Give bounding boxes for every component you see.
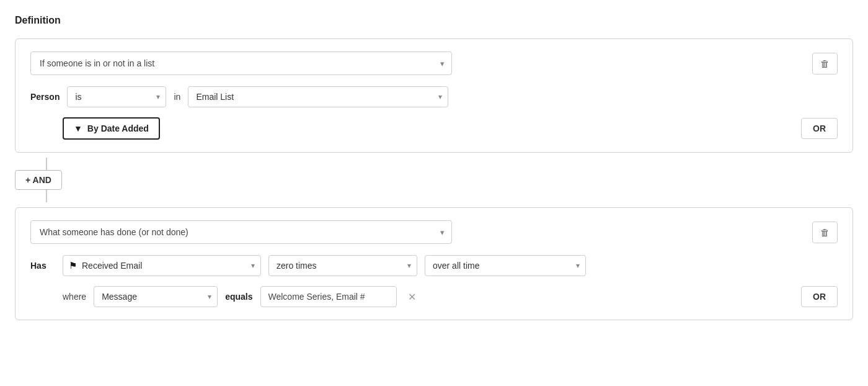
- block2-where-value-input[interactable]: [260, 286, 397, 307]
- block2-has-row: Has ⚑ Received Email Opened Email Clicke…: [30, 255, 838, 276]
- block1-person-label: Person: [30, 92, 60, 102]
- block1-filter-label: By Date Added: [87, 123, 149, 133]
- block1-list-select-wrapper: Email List SMS List Contact List ▾: [188, 86, 448, 107]
- block1-person-select[interactable]: is is not: [67, 86, 166, 107]
- and-connector-area: + AND: [15, 158, 853, 202]
- and-button[interactable]: + AND: [15, 170, 62, 190]
- block2-where-left: where Message Subject Campaign ▾ equals …: [63, 286, 420, 307]
- block1-list-select[interactable]: Email List SMS List Contact List: [188, 86, 448, 107]
- block2-has-label: Has: [30, 261, 55, 271]
- block2-where-label: where: [63, 292, 86, 302]
- block1-filter-button[interactable]: ▼ By Date Added: [63, 117, 160, 140]
- block2-or-button[interactable]: OR: [801, 286, 838, 307]
- block2-clear-where-button[interactable]: ✕: [404, 290, 420, 304]
- block2-timeframe-select[interactable]: over all time in the last 30 days in the…: [425, 255, 586, 276]
- block1-type-select[interactable]: If someone is in or not in a list What s…: [30, 52, 452, 75]
- block2-top-select-wrapper: What someone has done (or not done) If s…: [30, 220, 452, 244]
- block1-in-label: in: [174, 92, 180, 102]
- block2-delete-button[interactable]: 🗑: [812, 222, 838, 243]
- block2-type-select[interactable]: What someone has done (or not done) If s…: [30, 220, 452, 244]
- block1-or-button[interactable]: OR: [801, 118, 838, 139]
- block1-filter-row: ▼ By Date Added OR: [30, 117, 838, 140]
- block1-delete-button[interactable]: 🗑: [812, 53, 838, 74]
- block2-trash-icon: 🗑: [820, 227, 830, 238]
- block2-frequency-select-wrapper: zero times at least once exactly once ▾: [268, 255, 417, 276]
- block2-where-row: where Message Subject Campaign ▾ equals …: [30, 286, 838, 307]
- block2-equals-label: equals: [225, 292, 252, 302]
- block2-top-row: What someone has done (or not done) If s…: [30, 220, 838, 244]
- block2-where-field-select[interactable]: Message Subject Campaign: [94, 286, 218, 307]
- block2-frequency-select[interactable]: zero times at least once exactly once: [268, 255, 417, 276]
- block2-activity-select[interactable]: Received Email Opened Email Clicked Emai…: [63, 255, 261, 276]
- block1-top-select-wrapper: If someone is in or not in a list What s…: [30, 52, 452, 75]
- block1-trash-icon: 🗑: [820, 58, 830, 69]
- block2-timeframe-select-wrapper: over all time in the last 30 days in the…: [425, 255, 586, 276]
- filter-icon: ▼: [74, 123, 82, 133]
- block1-person-row: Person is is not ▾ in Email List SMS Lis…: [30, 86, 838, 107]
- page-title: Definition: [15, 15, 853, 26]
- block2-where-field-select-wrapper: Message Subject Campaign ▾: [94, 286, 218, 307]
- block1-person-select-wrapper: is is not ▾: [67, 86, 166, 107]
- condition-block-2: What someone has done (or not done) If s…: [15, 207, 853, 320]
- condition-block-1: If someone is in or not in a list What s…: [15, 38, 853, 153]
- block1-top-row: If someone is in or not in a list What s…: [30, 52, 838, 75]
- block2-activity-select-wrapper: ⚑ Received Email Opened Email Clicked Em…: [63, 255, 261, 276]
